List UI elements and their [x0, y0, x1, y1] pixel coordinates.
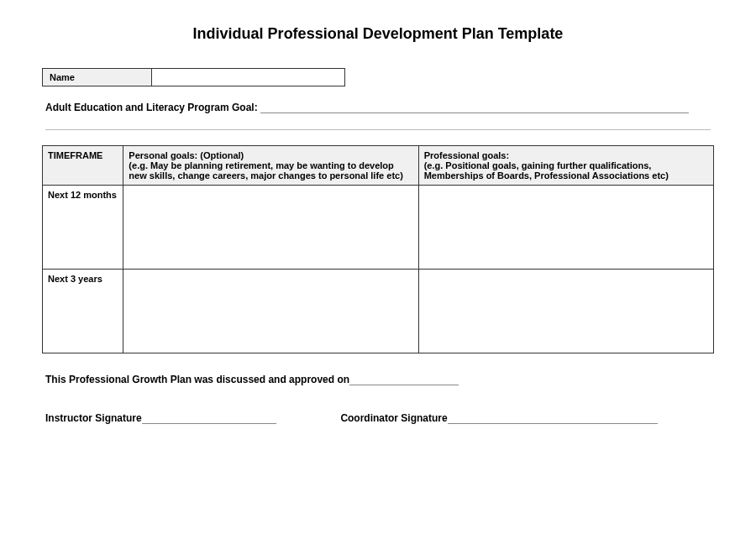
name-table: Name [42, 68, 345, 86]
approval-date-input[interactable] [349, 385, 459, 385]
approval-line: This Professional Growth Plan was discus… [45, 374, 714, 385]
header-professional: Professional goals: (e.g. Positional goa… [418, 146, 713, 186]
professional-goal-cell[interactable] [418, 186, 713, 270]
timeframe-cell: Next 12 months [43, 186, 123, 270]
professional-goal-cell[interactable] [418, 270, 713, 353]
table-row: Next 3 years [43, 270, 714, 353]
name-label: Name [43, 69, 152, 86]
header-personal-title: Personal goals: (Optional) [129, 150, 412, 160]
signature-row: Instructor Signature Coordinator Signatu… [45, 412, 714, 424]
header-professional-title: Professional goals: [424, 150, 708, 160]
coordinator-signature-input[interactable] [448, 423, 658, 424]
document-page: Individual Professional Development Plan… [0, 0, 756, 458]
header-professional-sub: (e.g. Positional goals, gaining further … [424, 160, 708, 181]
page-title: Individual Professional Development Plan… [42, 25, 714, 43]
instructor-signature-label: Instructor Signature [45, 412, 142, 424]
header-personal-sub: (e.g. May be planning retirement, may be… [129, 160, 412, 181]
horizontal-rule [45, 118, 711, 130]
approval-text: This Professional Growth Plan was discus… [45, 374, 349, 385]
program-goal-input[interactable] [260, 113, 689, 113]
table-header-row: TIMEFRAME Personal goals: (Optional) (e.… [43, 146, 714, 186]
timeframe-cell: Next 3 years [43, 270, 123, 353]
goals-table: TIMEFRAME Personal goals: (Optional) (e.… [42, 145, 714, 353]
coordinator-signature-label: Coordinator Signature [340, 412, 447, 424]
name-input-cell[interactable] [152, 69, 345, 86]
program-goal-label: Adult Education and Literacy Program Goa… [45, 102, 260, 113]
header-timeframe: TIMEFRAME [43, 146, 123, 186]
coordinator-signature-block: Coordinator Signature [340, 412, 657, 424]
program-goal-line: Adult Education and Literacy Program Goa… [45, 102, 714, 113]
personal-goal-cell[interactable] [123, 186, 418, 270]
personal-goal-cell[interactable] [123, 270, 418, 353]
table-row: Next 12 months [43, 186, 714, 270]
instructor-signature-block: Instructor Signature [45, 412, 276, 424]
instructor-signature-input[interactable] [142, 423, 276, 424]
header-personal: Personal goals: (Optional) (e.g. May be … [123, 146, 418, 186]
